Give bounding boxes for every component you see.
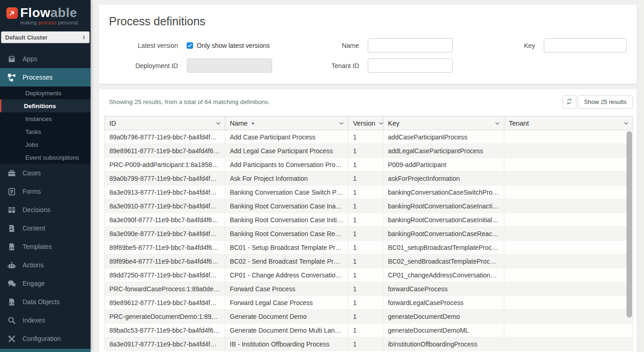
- cell-version[interactable]: 1: [348, 213, 383, 227]
- sidebar-subitem-jobs[interactable]: Jobs: [0, 138, 91, 151]
- cell-id[interactable]: 8a3e090e-8777-11e9-bbc7-ba4fd4f67fdc: [105, 227, 225, 241]
- cell-key[interactable]: generateDocumentDemoML: [383, 323, 504, 337]
- cell-id[interactable]: 89e89612-8777-11e9-bbc7-ba4fd4f67fdc: [105, 296, 225, 310]
- cell-version[interactable]: 1: [348, 185, 383, 199]
- cell-tenant[interactable]: [504, 323, 633, 337]
- cell-version[interactable]: 1: [348, 172, 383, 185]
- chevron-down-icon[interactable]: [623, 121, 629, 126]
- cell-id[interactable]: 8a3e0913-8777-11e9-bbc7-ba4fd4f67fdc: [105, 185, 225, 199]
- table-row[interactable]: PRC-P009-addParticipant:1:8a18582c-8...A…: [105, 158, 633, 172]
- column-header-id[interactable]: ID: [105, 116, 225, 130]
- cell-version[interactable]: 1: [348, 337, 383, 351]
- cell-name[interactable]: BC02 - Send Broadcast Template Proce...: [225, 254, 348, 268]
- cell-name[interactable]: Banking Conversation Case Switch Pro...: [225, 185, 348, 199]
- column-header-key[interactable]: Key: [383, 116, 504, 130]
- cell-tenant[interactable]: [504, 213, 633, 227]
- tenant-id-input[interactable]: [368, 58, 453, 73]
- column-header-version[interactable]: Version: [348, 116, 383, 130]
- sidebar-subitem-instances[interactable]: Instances: [0, 112, 91, 125]
- refresh-button[interactable]: [563, 95, 576, 109]
- cell-name[interactable]: CP01 - Change Address Conversational...: [225, 268, 348, 282]
- cell-version[interactable]: 1: [348, 158, 383, 172]
- cell-version[interactable]: 1: [348, 310, 383, 323]
- cell-key[interactable]: ibInstitutionOffboardingProcess: [383, 337, 504, 351]
- cell-version[interactable]: 1: [348, 199, 383, 213]
- cell-name[interactable]: Add Legal Case Participant Process: [225, 144, 348, 158]
- cell-id[interactable]: 89f89be5-8777-11e9-bbc7-ba4fd4f67fdc: [105, 241, 225, 254]
- cell-version[interactable]: 1: [348, 254, 383, 268]
- sidebar-item-indexes[interactable]: Indexes: [0, 311, 91, 329]
- cell-key[interactable]: addCaseParticipantProcess: [383, 130, 504, 144]
- sidebar-subitem-definitions[interactable]: Definitions: [0, 99, 91, 112]
- cell-name[interactable]: Forward Legal Case Process: [225, 296, 348, 310]
- cell-key[interactable]: bankingRootConversationCaseReactiv...: [383, 227, 504, 241]
- cell-id[interactable]: 89ba0c53-8777-11e9-bbc7-ba4fd4f67fdc: [105, 323, 225, 337]
- cell-key[interactable]: bankingConversationCaseSwitchProcess: [383, 185, 504, 199]
- cell-name[interactable]: Add Participants to Conversation Proc...: [225, 158, 348, 172]
- cell-key[interactable]: BC01_setupBroadcastTemplateProcess: [383, 241, 504, 254]
- cell-key[interactable]: bankingRootConversationCaseInitializ...: [383, 213, 504, 227]
- cell-version[interactable]: 1: [348, 227, 383, 241]
- cell-id[interactable]: 89dd7250-8777-11e9-bbc7-ba4fd4f67fdc: [105, 268, 225, 282]
- cell-tenant[interactable]: [504, 268, 633, 282]
- cell-tenant[interactable]: [504, 241, 633, 254]
- cell-key[interactable]: askForProjectInformation: [383, 172, 504, 185]
- chevron-down-icon[interactable]: [378, 121, 384, 126]
- table-row[interactable]: 89f89be5-8777-11e9-bbc7-ba4fd4f67fdcBC01…: [105, 241, 633, 254]
- cell-id[interactable]: 89a0b799-8777-11e9-bbc7-ba4fd4f67fdc: [105, 172, 225, 185]
- cell-tenant[interactable]: [504, 337, 633, 351]
- table-row[interactable]: 8a3e090e-8777-11e9-bbc7-ba4fd4f67fdcBank…: [105, 227, 633, 241]
- cell-id[interactable]: 89e89611-8777-11e9-bbc7-ba4fd4f67fdc: [105, 144, 225, 158]
- sidebar-subitem-deployments[interactable]: Deployments: [0, 87, 91, 99]
- cell-key[interactable]: generateDocumentDemo: [383, 310, 504, 323]
- sidebar-item-templates[interactable]: Templates: [0, 237, 91, 256]
- sidebar-item-forms[interactable]: Forms: [0, 182, 91, 201]
- cell-version[interactable]: 1: [348, 144, 383, 158]
- table-row[interactable]: 89ba0c53-8777-11e9-bbc7-ba4fd4f67fdcGene…: [105, 323, 633, 337]
- cell-name[interactable]: Ask For Project Information: [225, 172, 348, 185]
- cell-tenant[interactable]: [504, 254, 633, 268]
- cluster-select[interactable]: Default Cluster ▲▼: [1, 31, 90, 43]
- sidebar-subitem-tasks[interactable]: Tasks: [0, 125, 91, 138]
- cell-name[interactable]: Forward Case Process: [225, 282, 348, 296]
- cell-key[interactable]: addLegalCaseParticipantProcess: [383, 144, 504, 158]
- column-header-tenant[interactable]: Tenant: [504, 116, 633, 130]
- cell-name[interactable]: BC01 - Setup Broadcast Template Proc...: [225, 241, 348, 254]
- cell-id[interactable]: 8a3e090f-8777-11e9-bbc7-ba4fd4f67fdc: [105, 213, 225, 227]
- cell-key[interactable]: forwardLegalCaseProcess: [383, 296, 504, 310]
- cell-id[interactable]: 8a3e0917-8777-11e9-bbc7-ba4fd4f67fdc: [105, 337, 225, 351]
- table-row[interactable]: 89e89612-8777-11e9-bbc7-ba4fd4f67fdcForw…: [105, 296, 633, 310]
- cell-name[interactable]: Banking Root Conversation Case React...: [225, 227, 348, 241]
- cell-tenant[interactable]: [504, 130, 633, 144]
- table-row[interactable]: 89f89be4-8777-11e9-bbc7-ba4fd4f67fdcBC02…: [105, 254, 633, 268]
- cell-id[interactable]: 89a0b796-8777-11e9-bbc7-ba4fd4f67fdc: [105, 130, 225, 144]
- cell-name[interactable]: Add Case Participant Process: [225, 130, 348, 144]
- cell-tenant[interactable]: [504, 185, 633, 199]
- cell-tenant[interactable]: [504, 144, 633, 158]
- sidebar-item-engage[interactable]: Engage: [0, 274, 91, 293]
- cell-key[interactable]: BC02_sendBroadcastTemplateProcess: [383, 254, 504, 268]
- cell-version[interactable]: 1: [348, 296, 383, 310]
- sidebar-item-data-objects[interactable]: Data Objects: [0, 293, 91, 311]
- table-row[interactable]: 8a3e090f-8777-11e9-bbc7-ba4fd4f67fdcBank…: [105, 213, 633, 227]
- cell-id[interactable]: PRC-forwardCaseProcess:1:89a0deaa-8...: [105, 282, 225, 296]
- show-results-button[interactable]: Show 25 results: [578, 95, 633, 109]
- cell-key[interactable]: P009-addParticipant: [383, 158, 504, 172]
- sidebar-item-actions[interactable]: Actions: [0, 256, 91, 274]
- key-input[interactable]: [544, 38, 627, 52]
- table-row[interactable]: 8a3e0913-8777-11e9-bbc7-ba4fd4f67fdcBank…: [105, 185, 633, 199]
- latest-versions-checkbox[interactable]: [187, 42, 193, 49]
- table-scrollbar-thumb[interactable]: [627, 131, 632, 317]
- cell-key[interactable]: CP01_changeAddressConversationalPr...: [383, 268, 504, 282]
- sidebar-item-decisions[interactable]: Decisions: [0, 201, 91, 219]
- cell-key[interactable]: forwardCaseProcess: [383, 282, 504, 296]
- table-row[interactable]: PRC-forwardCaseProcess:1:89a0deaa-8...Fo…: [105, 282, 633, 296]
- table-row[interactable]: 89dd7250-8777-11e9-bbc7-ba4fd4f67fdcCP01…: [105, 268, 633, 282]
- sidebar-item-cases[interactable]: Cases: [0, 164, 91, 182]
- table-row[interactable]: PRC-generateDocumentDemo:1:89ba0c...Gene…: [105, 310, 633, 323]
- cell-name[interactable]: Generate Document Demo: [225, 310, 348, 323]
- chevron-down-icon[interactable]: [339, 121, 344, 126]
- cell-version[interactable]: 1: [348, 323, 383, 337]
- cell-tenant[interactable]: [504, 296, 633, 310]
- cell-tenant[interactable]: [504, 199, 633, 213]
